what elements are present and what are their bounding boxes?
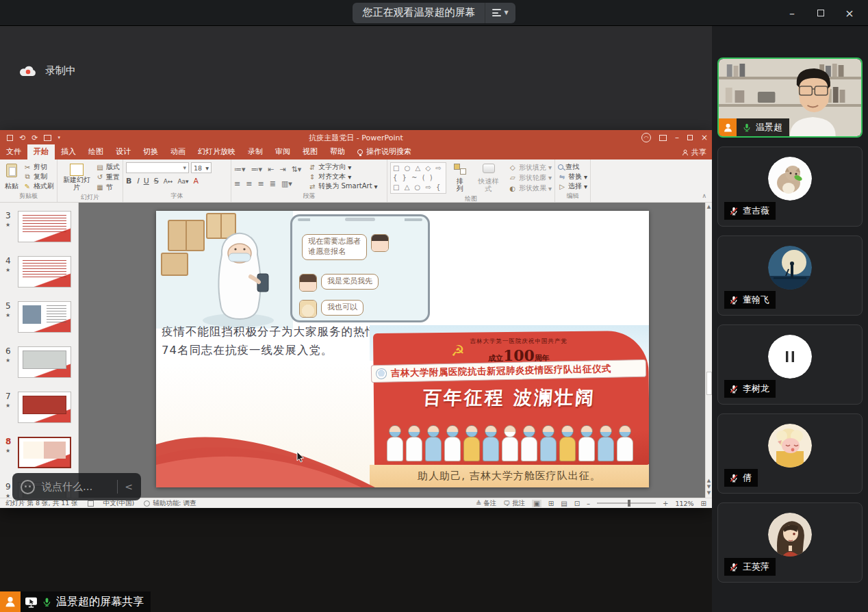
thumbnail-slide-8-current[interactable]: 8 ★ <box>0 437 78 472</box>
justify-icon[interactable]: ≣ <box>270 179 276 188</box>
save-icon[interactable] <box>7 135 13 141</box>
strikethrough-button[interactable]: S <box>154 177 159 186</box>
current-slide[interactable]: 现在需要志愿者 谁愿意报名 我是党员我先 我 <box>156 211 649 487</box>
tab-slideshow[interactable]: 幻灯片放映 <box>192 144 242 160</box>
align-center-icon[interactable]: ≡ <box>246 179 252 188</box>
participant-tile-1[interactable]: 查吉薇 <box>717 146 863 227</box>
reading-view-icon[interactable]: ▤ <box>561 500 567 507</box>
qat-customize-icon[interactable]: ▾ <box>58 135 60 140</box>
zoom-in-icon[interactable]: + <box>663 500 668 507</box>
cut-button[interactable]: ✂剪切 <box>23 162 54 172</box>
bullets-icon[interactable]: ≔▾ <box>234 165 246 174</box>
spellcheck-icon[interactable] <box>88 500 94 507</box>
close-button[interactable]: × <box>838 3 861 23</box>
banner-menu-button[interactable]: ▼ <box>485 3 515 23</box>
bold-button[interactable]: B <box>126 177 131 186</box>
font-color-button[interactable]: A <box>194 177 199 186</box>
columns-icon[interactable]: ▥▾ <box>281 179 292 188</box>
tab-transitions[interactable]: 切换 <box>137 144 164 160</box>
font-name-select[interactable]: ▾ <box>126 162 189 173</box>
shape-outline-button[interactable]: ▱形状轮廓▾ <box>509 173 552 183</box>
indent-decrease-icon[interactable]: ⇤ <box>268 165 274 174</box>
ppt-minimize-button[interactable]: – <box>675 133 679 142</box>
minimize-button[interactable]: – <box>780 3 804 23</box>
tab-home[interactable]: 开始 <box>27 144 55 160</box>
zoom-slider[interactable] <box>597 502 656 504</box>
slide-canvas[interactable]: 现在需要志愿者 谁愿意报名 我是党员我先 我 <box>79 203 705 498</box>
slide-nav-buttons[interactable]: ▲▼▼ <box>706 478 712 496</box>
slideshow-icon[interactable] <box>44 135 51 141</box>
line-spacing-icon[interactable]: ⇅▾ <box>292 165 302 174</box>
paste-button[interactable]: 粘贴 <box>3 162 21 191</box>
undo-icon[interactable]: ⟲ <box>19 133 25 142</box>
tab-review[interactable]: 审阅 <box>269 144 296 160</box>
zoom-slider-thumb[interactable] <box>628 500 630 507</box>
quick-styles-button[interactable]: 快速样式 <box>474 162 503 194</box>
replace-button[interactable]: ⇋替换▾ <box>558 172 587 181</box>
thumbnail-slide-3[interactable]: 3 ★ <box>0 211 78 246</box>
ppt-restore-button[interactable] <box>687 135 693 140</box>
fit-slide-icon[interactable]: ⊞ <box>701 500 706 507</box>
tab-animations[interactable]: 动画 <box>164 144 192 160</box>
tell-me-search[interactable]: 操作说明搜索 <box>351 144 418 160</box>
find-button[interactable]: 查找 <box>558 162 587 172</box>
scrollbar-thumb[interactable] <box>706 372 712 395</box>
tab-design[interactable]: 设计 <box>110 144 137 160</box>
accessibility-status[interactable]: 辅助功能: 调查 <box>144 499 196 508</box>
maximize-button[interactable] <box>809 3 832 23</box>
redo-icon[interactable]: ⟳ <box>31 133 38 142</box>
tab-help[interactable]: 帮助 <box>324 144 351 160</box>
align-left-icon[interactable]: ≡ <box>234 179 240 188</box>
ppt-share-button[interactable]: 共享 <box>682 147 706 157</box>
thumbnail-slide-7[interactable]: 7 ★ <box>0 392 78 427</box>
section-button[interactable]: ▦节 <box>96 183 120 192</box>
arrange-button[interactable]: 排列 <box>452 162 468 194</box>
change-case-button[interactable]: Aa▾ <box>177 178 188 185</box>
italic-button[interactable]: I <box>136 177 138 186</box>
reset-button[interactable]: ↺重置 <box>96 173 120 182</box>
notes-button[interactable]: ≜备注 <box>476 499 496 508</box>
smartart-button[interactable]: ⇄转换为 SmartArt▾ <box>308 181 377 191</box>
layout-button[interactable]: ▤版式 <box>96 162 120 172</box>
ppt-close-button[interactable]: × <box>701 133 708 142</box>
thumbnail-slide-4[interactable]: 4 ★ <box>0 256 78 292</box>
tab-file[interactable]: 文件 <box>0 144 27 160</box>
thumbnail-slide-6[interactable]: 6 ★ <box>0 346 78 382</box>
align-right-icon[interactable]: ≡ <box>257 179 264 188</box>
participant-tile-2[interactable]: 董翰飞 <box>717 235 863 316</box>
participant-tile-3[interactable]: 李树龙 <box>717 324 863 405</box>
account-icon[interactable]: ◠ <box>641 133 651 142</box>
select-button[interactable]: ▷选择▾ <box>558 181 587 191</box>
comments-button[interactable]: 🗨批注 <box>503 499 525 508</box>
tab-insert[interactable]: 插入 <box>55 144 82 160</box>
slide-sorter-icon[interactable]: ⊞ <box>548 500 554 507</box>
copy-button[interactable]: ⧉复制 <box>23 172 54 181</box>
font-size-select[interactable]: 18▾ <box>191 162 212 173</box>
zoom-out-icon[interactable]: – <box>587 500 590 507</box>
emoji-icon[interactable] <box>21 480 35 494</box>
shape-fill-button[interactable]: ◇形状填充▾ <box>509 163 552 173</box>
participant-tile-4[interactable]: 倩 <box>717 413 863 494</box>
indent-increase-icon[interactable]: ⇥ <box>279 165 285 174</box>
text-direction-button[interactable]: ⇵文字方向▾ <box>308 162 377 172</box>
ribbon-display-options-icon[interactable] <box>659 135 667 141</box>
scroll-up-icon[interactable]: ▲ <box>706 204 712 209</box>
normal-view-icon[interactable]: ▣ <box>532 500 541 507</box>
participant-tile-0[interactable]: 温景超 <box>717 58 863 138</box>
canvas-scrollbar[interactable]: ▲ ▲▼▼ <box>705 203 712 498</box>
tab-view[interactable]: 视图 <box>296 144 324 160</box>
collapse-ribbon-icon[interactable]: ∧ <box>702 192 706 199</box>
numbering-icon[interactable]: ≕▾ <box>251 165 263 174</box>
chat-input[interactable]: 说点什么... <box>42 481 110 494</box>
chat-collapse-icon[interactable]: < <box>125 481 133 492</box>
shapes-gallery[interactable]: □ ○ △ ◇ ⇨ { } ~ ( ) □ △ ○ ⇨ { <box>390 162 446 194</box>
slideshow-view-icon[interactable]: ⊡ <box>574 500 580 507</box>
slide-thumbnail-panel[interactable]: 3 ★ 4 ★ 5 ★ 6 <box>0 203 79 498</box>
char-spacing-button[interactable]: A↔ <box>164 178 173 185</box>
chat-input-overlay[interactable]: 说点什么... < <box>12 473 141 500</box>
zoom-level[interactable]: 112% <box>675 500 693 507</box>
tab-draw[interactable]: 绘图 <box>82 144 110 160</box>
tab-record[interactable]: 录制 <box>242 144 269 160</box>
align-text-button[interactable]: ⇕对齐文本▾ <box>308 172 377 181</box>
shape-effects-button[interactable]: ◐形状效果▾ <box>509 183 552 193</box>
